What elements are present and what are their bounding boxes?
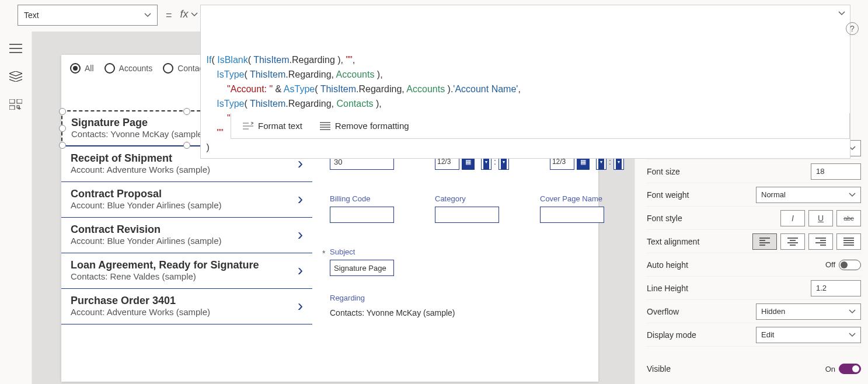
display-mode-label: Display mode [647,330,696,340]
text-align-label: Text alignment [647,237,699,246]
stack-icon[interactable] [9,71,22,82]
display-mode-select[interactable]: Edit [756,327,861,343]
auto-height-value: Off [825,260,835,269]
remove-formatting-label: Remove formatting [335,121,409,131]
font-size-input[interactable] [811,163,861,180]
svg-rect-2 [9,106,15,110]
list-item[interactable]: Loan Agreement, Ready for SignatureConta… [61,253,312,289]
visible-value: On [825,365,835,373]
hamburger-icon[interactable] [9,43,22,54]
display-mode-value: Edit [761,330,774,339]
list-item-subtitle: Contacts: Yvonne McKay (sample) [71,129,205,139]
line-height-row: Line Height [647,277,861,300]
format-text-button[interactable]: Format text [243,121,302,131]
align-left-button[interactable] [752,233,777,250]
billing-code-input[interactable] [330,207,394,223]
chevron-down-icon [191,11,198,18]
selection-handle[interactable] [59,142,66,149]
overflow-label: Overflow [647,307,679,316]
font-weight-select[interactable]: Normal [756,187,861,203]
line-height-input[interactable] [811,280,861,296]
display-mode-row: Display mode Edit [647,323,861,347]
radio-icon [104,63,115,74]
radio-all[interactable]: All [70,63,94,74]
italic-button[interactable]: I [780,210,805,226]
strikethrough-button[interactable]: abc [836,210,861,226]
list-item-subtitle: Account: Blue Yonder Airlines (sample) [71,200,221,210]
svg-rect-3 [17,106,19,108]
underline-button[interactable]: U [808,210,833,226]
app-grid-icon[interactable] [9,99,22,110]
svg-rect-1 [17,99,22,103]
list-item-title: Contract Revision [71,224,221,236]
chevron-down-icon [849,308,856,315]
list-item[interactable]: Contract ProposalAccount: Blue Yonder Ai… [61,182,312,218]
regarding-text: Contacts: Yvonne McKay (sample) [330,308,455,317]
list-item-title: Contract Proposal [71,188,221,200]
visible-label: Visible [647,364,671,373]
list-item-title: Receipt of Shipment [71,152,210,165]
remove-formatting-icon [320,122,330,130]
radio-icon [70,63,81,74]
chevron-down-icon [849,331,856,338]
font-weight-row: Font weight Normal [647,183,861,207]
list-item-subtitle: Account: Adventure Works (sample) [71,165,210,174]
align-left-icon [759,238,770,246]
property-selector-value: Text [24,11,39,20]
help-toggle-button[interactable]: ? [846,22,859,35]
remove-formatting-button[interactable]: Remove formatting [320,121,409,131]
line-height-label: Line Height [647,284,688,293]
auto-height-label: Auto height [647,260,688,270]
svg-rect-0 [9,99,15,103]
equals-sign: = [158,5,180,22]
list-item-title: Purchase Order 3401 [71,295,210,307]
align-center-icon [787,238,798,246]
visible-row: Visible On [647,357,861,380]
formula-toolbar: Format text Remove formatting [231,113,850,139]
align-right-icon [815,238,826,246]
category-label: Category [435,194,499,203]
chevron-down-icon [144,12,151,19]
overflow-row: Overflow Hidden [647,300,861,323]
align-right-button[interactable] [808,233,833,250]
subject-input[interactable] [330,260,394,276]
cover-page-label: Cover Page Name [540,194,604,203]
chevron-right-icon: › [298,225,303,244]
selection-handle[interactable] [183,108,190,115]
font-size-label: Font size [647,167,680,176]
auto-height-toggle[interactable] [839,260,861,270]
list-item[interactable]: Contract RevisionAccount: Blue Yonder Ai… [61,218,312,253]
text-align-row: Text alignment [647,230,861,253]
list-item-title: Signature Page [71,117,205,129]
overflow-select[interactable]: Hidden [756,303,861,320]
property-selector[interactable]: Text [18,5,158,26]
align-justify-icon [843,238,854,246]
cover-page-input[interactable] [540,207,604,223]
selection-handle[interactable] [59,125,66,132]
radio-accounts-label: Accounts [119,64,153,73]
list-item[interactable]: Purchase Order 3401Account: Adventure Wo… [61,289,312,324]
list-item-subtitle: Account: Blue Yonder Airlines (sample) [71,236,221,246]
fx-button[interactable]: fx [180,5,200,20]
selection-handle[interactable] [183,142,190,149]
radio-icon [163,63,173,74]
visible-toggle[interactable] [839,364,861,374]
billing-code-label: Billing Code [330,194,394,203]
chevron-down-icon [838,10,845,17]
required-star-icon: * [322,249,325,258]
regarding-label: Regarding [330,294,455,302]
radio-accounts[interactable]: Accounts [104,63,153,74]
list-item-title: Loan Agreement, Ready for Signature [71,259,259,271]
chevron-right-icon: › [298,296,303,315]
category-input[interactable] [435,207,499,223]
selection-handle[interactable] [59,108,66,115]
chevron-down-icon [849,191,856,198]
filter-radio-group: All Accounts Contacts [70,63,210,74]
fx-icon: fx [180,8,189,20]
chevron-right-icon: › [298,190,303,208]
auto-height-row: Auto height Off [647,253,861,277]
font-style-label: Font style [647,214,682,223]
list-item-subtitle: Contacts: Rene Valdes (sample) [71,271,259,281]
align-justify-button[interactable] [836,233,861,250]
align-center-button[interactable] [780,233,805,250]
